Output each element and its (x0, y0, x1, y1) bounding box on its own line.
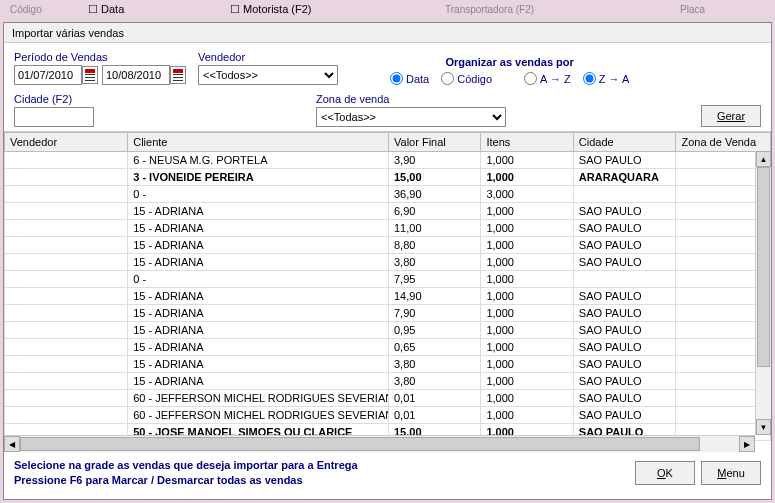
cell (5, 271, 128, 288)
footer: Selecione na grade as vendas que deseja … (4, 452, 771, 495)
calendar-icon[interactable] (82, 66, 98, 84)
table-row[interactable]: 3 - IVONEIDE PEREIRA15,001,000ARARAQUARA (5, 169, 771, 186)
cell: 15 - ADRIANA (128, 373, 389, 390)
cell: SAO PAULO (573, 237, 676, 254)
radio-codigo[interactable]: Código (441, 72, 492, 85)
cell: 15 - ADRIANA (128, 339, 389, 356)
table-row[interactable]: 15 - ADRIANA0,951,000SAO PAULO (5, 322, 771, 339)
radio-data[interactable]: Data (390, 72, 429, 85)
bg-data-label: Data (101, 3, 124, 15)
date-from-input[interactable] (14, 65, 82, 85)
cell: SAO PAULO (573, 407, 676, 424)
ok-button[interactable]: OK (635, 461, 695, 485)
table-row[interactable]: 15 - ADRIANA0,651,000SAO PAULO (5, 339, 771, 356)
table-row[interactable]: 6 - NEUSA M.G. PORTELA3,901,000SAO PAULO (5, 152, 771, 169)
cell: 6 - NEUSA M.G. PORTELA (128, 152, 389, 169)
cell: SAO PAULO (573, 152, 676, 169)
table-row[interactable]: 15 - ADRIANA7,901,000SAO PAULO (5, 305, 771, 322)
cell: 3,80 (389, 356, 481, 373)
cell: SAO PAULO (573, 390, 676, 407)
gerar-button[interactable]: Gerar (701, 105, 761, 127)
menu-button[interactable]: Menu (701, 461, 761, 485)
cell (5, 152, 128, 169)
sales-grid[interactable]: Vendedor Cliente Valor Final Itens Cidad… (4, 132, 771, 441)
scroll-left-icon[interactable]: ◀ (4, 436, 20, 452)
table-row[interactable]: 15 - ADRIANA3,801,000SAO PAULO (5, 254, 771, 271)
radio-za[interactable]: Z → A (583, 72, 630, 85)
cidade-input[interactable] (14, 107, 94, 127)
cell: 1,000 (481, 322, 573, 339)
cell (5, 288, 128, 305)
cell: SAO PAULO (573, 373, 676, 390)
scroll-thumb[interactable] (757, 167, 770, 367)
cell: 15 - ADRIANA (128, 203, 389, 220)
col-valor[interactable]: Valor Final (389, 133, 481, 152)
bg-placa-label: Placa (680, 4, 705, 15)
vendedor-select[interactable]: <<Todos>> (198, 65, 338, 85)
table-row[interactable]: 15 - ADRIANA11,001,000SAO PAULO (5, 220, 771, 237)
col-vendedor[interactable]: Vendedor (5, 133, 128, 152)
vertical-scrollbar[interactable]: ▲ ▼ (755, 151, 771, 435)
cell: 11,00 (389, 220, 481, 237)
table-row[interactable]: 15 - ADRIANA3,801,000SAO PAULO (5, 373, 771, 390)
cell: SAO PAULO (573, 339, 676, 356)
scroll-right-icon[interactable]: ▶ (739, 436, 755, 452)
scroll-thumb[interactable] (20, 437, 700, 451)
col-cidade[interactable]: Cidade (573, 133, 676, 152)
cell: 3,000 (481, 186, 573, 203)
footer-line1: Selecione na grade as vendas que deseja … (14, 458, 358, 473)
periodo-label: Período de Vendas (14, 51, 186, 63)
col-cliente[interactable]: Cliente (128, 133, 389, 152)
table-row[interactable]: 0 -36,903,000 (5, 186, 771, 203)
table-row[interactable]: 0 -7,951,000 (5, 271, 771, 288)
bg-codigo-label: Código (10, 4, 42, 15)
horizontal-scrollbar[interactable]: ◀ ▶ (4, 435, 755, 452)
cell (5, 220, 128, 237)
cell (5, 373, 128, 390)
calendar-icon[interactable] (170, 66, 186, 84)
cell (5, 339, 128, 356)
cell: 7,90 (389, 305, 481, 322)
dialog-title: Importar várias vendas (4, 23, 771, 43)
cell: 3 - IVONEIDE PEREIRA (128, 169, 389, 186)
cidade-label: Cidade (F2) (14, 93, 94, 105)
table-row[interactable]: 60 - JEFFERSON MICHEL RODRIGUES SEVERIAN… (5, 407, 771, 424)
table-row[interactable]: 15 - ADRIANA3,801,000SAO PAULO (5, 356, 771, 373)
cell: 1,000 (481, 169, 573, 186)
cell: 60 - JEFFERSON MICHEL RODRIGUES SEVERIAN… (128, 407, 389, 424)
cell (5, 254, 128, 271)
cell: SAO PAULO (573, 305, 676, 322)
zona-select[interactable]: <<Todas>> (316, 107, 506, 127)
bg-transportadora-label: Transportadora (F2) (445, 4, 534, 15)
col-itens[interactable]: Itens (481, 133, 573, 152)
scroll-down-icon[interactable]: ▼ (756, 419, 771, 435)
cell: 15 - ADRIANA (128, 305, 389, 322)
table-row[interactable]: 15 - ADRIANA6,901,000SAO PAULO (5, 203, 771, 220)
footer-line2: Pressione F6 para Marcar / Desmarcar tod… (14, 473, 358, 488)
zona-label: Zona de venda (316, 93, 506, 105)
cell (5, 203, 128, 220)
cell: 0 - (128, 186, 389, 203)
cell: 15 - ADRIANA (128, 254, 389, 271)
table-row[interactable]: 15 - ADRIANA8,801,000SAO PAULO (5, 237, 771, 254)
bg-motorista-check: ☐ Motorista (F2) (230, 3, 312, 16)
cell: 6,90 (389, 203, 481, 220)
cell: 15 - ADRIANA (128, 322, 389, 339)
scroll-up-icon[interactable]: ▲ (756, 151, 771, 167)
date-to-input[interactable] (102, 65, 170, 85)
cell: 1,000 (481, 288, 573, 305)
filter-panel: Período de Vendas Vendedor <<Todos>> (4, 43, 771, 132)
cell: 0,65 (389, 339, 481, 356)
table-row[interactable]: 60 - JEFFERSON MICHEL RODRIGUES SEVERIAN… (5, 390, 771, 407)
bg-data-check: ☐ Data (88, 3, 124, 16)
import-dialog: Importar várias vendas Período de Vendas (3, 22, 772, 500)
cell: 60 - JEFFERSON MICHEL RODRIGUES SEVERIAN… (128, 390, 389, 407)
cell (5, 186, 128, 203)
cell: 0,01 (389, 390, 481, 407)
col-zona[interactable]: Zona de Venda (676, 133, 771, 152)
radio-az[interactable]: A → Z (524, 72, 571, 85)
cell: 1,000 (481, 271, 573, 288)
cell: 14,90 (389, 288, 481, 305)
table-row[interactable]: 15 - ADRIANA14,901,000SAO PAULO (5, 288, 771, 305)
cell: SAO PAULO (573, 203, 676, 220)
